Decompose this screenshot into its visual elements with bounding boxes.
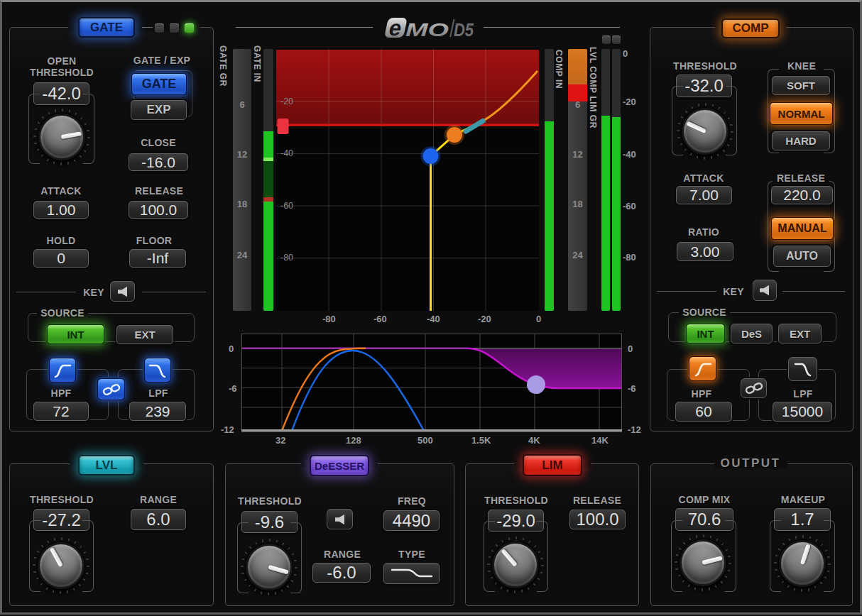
svg-text:MO: MO	[405, 19, 449, 40]
svg-text:D5: D5	[454, 20, 474, 40]
svg-text:-60: -60	[280, 201, 293, 211]
svg-text:-80: -80	[280, 253, 293, 263]
svg-text:-40: -40	[280, 148, 293, 158]
svg-text:-20: -20	[280, 97, 293, 106]
